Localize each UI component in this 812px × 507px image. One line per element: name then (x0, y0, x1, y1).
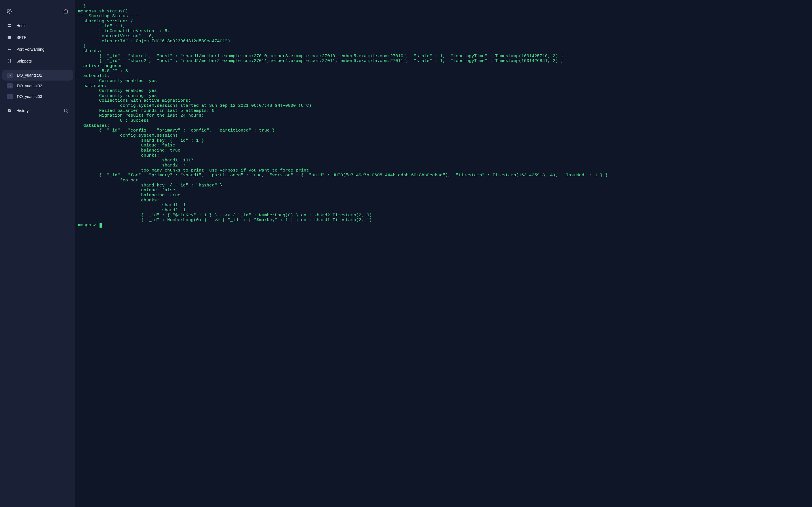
terminal-icon (7, 83, 13, 89)
session-label: DO_yuantst02 (17, 83, 42, 88)
gear-icon[interactable] (7, 9, 12, 14)
clock-icon (7, 108, 12, 113)
session-item[interactable]: DO_yuantst01 (2, 70, 73, 80)
terminal-pane[interactable]: } mongos> sh.status() --- Sharding Statu… (75, 0, 812, 507)
session-label: DO_yuantst01 (17, 73, 42, 77)
session-list: DO_yuantst01 DO_yuantst02 DO_yuantst03 (0, 70, 75, 102)
nav-port-forwarding[interactable]: Port Forwarding (0, 43, 75, 55)
braces-icon (7, 59, 12, 64)
nav-label: Hosts (16, 23, 27, 28)
svg-point-0 (9, 11, 10, 12)
folder-icon (7, 35, 12, 40)
history-label: History (16, 108, 29, 113)
app-root: Hosts SFTP Port Forwarding Snippets (0, 0, 812, 507)
terminal-icon (7, 94, 13, 99)
session-item[interactable]: DO_yuantst02 (2, 80, 73, 91)
svg-rect-2 (8, 26, 11, 27)
forward-icon (7, 47, 12, 52)
nav-sftp[interactable]: SFTP (0, 32, 75, 43)
terminal-output: } mongos> sh.status() --- Sharding Statu… (78, 4, 809, 228)
svg-rect-1 (8, 24, 11, 25)
svg-point-4 (64, 109, 67, 112)
nav-history[interactable]: History (0, 105, 75, 117)
nav-snippets[interactable]: Snippets (0, 55, 75, 67)
nav-label: Port Forwarding (16, 47, 45, 52)
terminal-cursor (100, 223, 102, 228)
home-icon[interactable] (63, 8, 68, 14)
nav-label: Snippets (16, 59, 32, 63)
nav-label: SFTP (16, 35, 27, 40)
terminal-text: } mongos> sh.status() --- Sharding Statu… (78, 4, 608, 228)
sidebar-top (0, 6, 75, 20)
hosts-icon (7, 23, 12, 28)
session-item[interactable]: DO_yuantst03 (2, 91, 73, 102)
search-icon[interactable] (63, 108, 68, 113)
terminal-icon (7, 73, 13, 78)
nav-hosts[interactable]: Hosts (0, 20, 75, 32)
session-label: DO_yuantst03 (17, 94, 42, 99)
sidebar: Hosts SFTP Port Forwarding Snippets (0, 0, 75, 507)
